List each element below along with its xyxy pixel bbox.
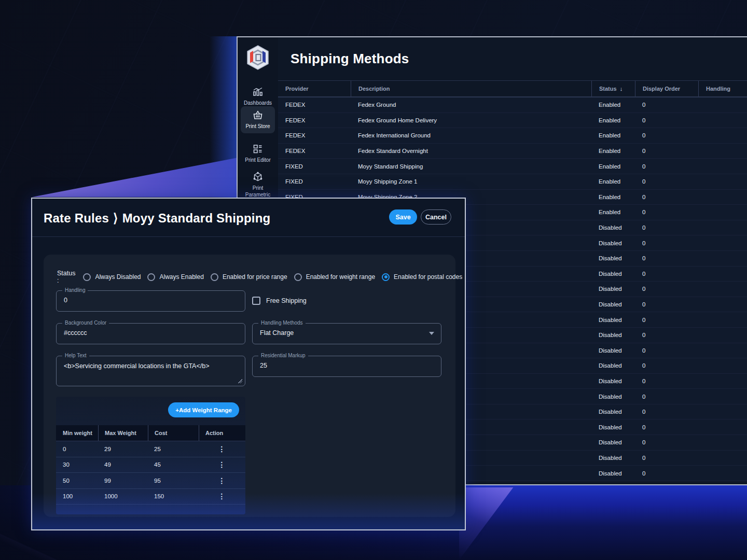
cell-display_order: 0 (635, 267, 698, 282)
table-row[interactable]: FIXEDMoyy Standard ShippingEnabled0 (278, 159, 747, 174)
breadcrumb-parent: Rate Rules (44, 211, 109, 225)
weight-column-header-action: Action (198, 425, 245, 441)
residential-markup-input[interactable]: Residential Markup 25 (252, 356, 441, 377)
breadcrumb: Rate Rules⟩Moyy Standard Shipping (44, 211, 270, 226)
cell-provider: FEDEX (278, 144, 351, 159)
checkbox-icon[interactable] (252, 297, 260, 305)
help-text-value: <b>Servicing commercial locations in the… (64, 362, 209, 370)
cell-status: Disabled (591, 451, 635, 466)
handling-input[interactable]: Handling 0 (56, 290, 245, 312)
background-color-input[interactable]: Background Color #cccccc (56, 323, 245, 344)
radio-button-icon[interactable] (83, 273, 91, 281)
cell-display_order: 0 (635, 328, 698, 343)
sidebar-item-label: Print Editor (245, 157, 270, 164)
column-header-display_order[interactable]: Display Order (635, 81, 698, 96)
sidebar-item-print-editor[interactable]: Print Editor (241, 140, 275, 167)
cell-status: Disabled (591, 235, 635, 250)
radio-button-icon[interactable] (382, 273, 390, 281)
dashboards-icon (252, 86, 264, 97)
radio-button-icon[interactable] (211, 273, 218, 281)
status-field-label: Status : (57, 270, 75, 284)
kebab-menu-icon[interactable]: ⋮ (218, 461, 226, 468)
sidebar-item-label: Print Parametric (242, 185, 274, 198)
weight-cell-action: ⋮ (198, 473, 245, 488)
weight-table-row: 304945⋮ (56, 457, 245, 473)
sidebar-item-label: Print Store (245, 123, 270, 130)
table-row[interactable]: FEDEXFedex GroundEnabled0 (278, 97, 747, 113)
cell-description: Fedex Ground (351, 97, 591, 113)
cell-description: Moyy Shipping Zone 1 (351, 174, 591, 189)
weight-table-row: 02925⋮ (56, 441, 245, 457)
radio-label: Enabled for weight range (306, 273, 375, 281)
column-header-status[interactable]: Status↓ (591, 81, 635, 96)
column-header-provider[interactable]: Provider (278, 81, 351, 96)
cell-description: Fedex International Ground (351, 128, 591, 143)
cell-handling (698, 282, 742, 297)
help-text-textarea[interactable]: Help Text <b>Servicing commercial locati… (56, 356, 245, 386)
cancel-button[interactable]: Cancel (421, 209, 451, 225)
column-header-description[interactable]: Description (351, 81, 591, 96)
cell-status: Disabled (591, 267, 635, 282)
cell-display_order: 0 (635, 435, 698, 450)
cell-handling (698, 220, 742, 235)
handling-methods-select[interactable]: Handling Methods Flat Charge (252, 323, 441, 344)
cell-status: Enabled (591, 205, 635, 220)
radio-always-enabled[interactable]: Always Enabled (147, 273, 203, 281)
sidebar-item-dashboards[interactable]: Dashboards (241, 83, 275, 110)
save-button[interactable]: Save (389, 209, 417, 225)
residential-markup-label: Residential Markup (258, 353, 308, 358)
weight-cell-min: 30 (56, 457, 98, 473)
cell-status: Disabled (591, 328, 635, 343)
cell-display_order: 0 (635, 113, 698, 128)
cell-status: Disabled (591, 312, 635, 327)
weight-cell-min: 100 (56, 489, 98, 505)
sidebar-item-print-parametric[interactable]: Print Parametric (241, 168, 275, 201)
status-radio-group: Status : Always DisabledAlways EnabledEn… (57, 270, 462, 284)
cell-handling (698, 389, 742, 404)
resize-handle-icon[interactable] (238, 379, 242, 383)
cell-status: Disabled (591, 343, 635, 358)
kebab-menu-icon[interactable]: ⋮ (218, 477, 226, 484)
add-weight-range-button[interactable]: +Add Weight Range (168, 402, 239, 417)
weight-cell-cost: 25 (147, 441, 198, 457)
radio-button-icon[interactable] (294, 273, 302, 281)
cell-status: Enabled (591, 159, 635, 174)
help-text-label: Help Text (62, 353, 89, 358)
cell-provider: FEDEX (278, 113, 351, 128)
table-row[interactable]: FEDEXFedex Ground Home DeliveryEnabled0 (278, 113, 747, 129)
cell-handling (698, 251, 742, 266)
sidebar-item-print-store[interactable]: Print Store (241, 106, 275, 133)
cell-display_order: 0 (635, 404, 698, 419)
cell-display_order: 0 (635, 251, 698, 266)
cell-display_order: 0 (635, 97, 698, 113)
free-shipping-checkbox[interactable]: Free Shipping (252, 297, 307, 305)
cell-display_order: 0 (635, 297, 698, 312)
cell-handling (698, 97, 742, 113)
kebab-menu-icon[interactable]: ⋮ (218, 493, 226, 500)
cell-handling (698, 328, 742, 343)
cell-handling (698, 128, 742, 143)
radio-enabled-for-price-range[interactable]: Enabled for price range (211, 273, 287, 281)
cell-status: Disabled (591, 251, 635, 266)
cell-handling (698, 466, 742, 481)
kebab-menu-icon[interactable]: ⋮ (218, 445, 226, 453)
cell-display_order: 0 (635, 466, 698, 481)
page-title: Shipping Methods (290, 51, 409, 67)
cell-display_order: 0 (635, 282, 698, 297)
cell-handling (698, 343, 742, 358)
table-row[interactable]: FEDEXFedex Standard OvernightEnabled0 (278, 144, 747, 159)
cell-display_order: 0 (635, 419, 698, 435)
radio-enabled-for-weight-range[interactable]: Enabled for weight range (294, 273, 375, 281)
cell-provider: FIXED (278, 159, 351, 174)
radio-button-icon[interactable] (147, 273, 155, 281)
radio-enabled-for-postal-codes[interactable]: Enabled for postal codes (382, 273, 462, 281)
cell-status: Disabled (591, 389, 635, 404)
weight-table-rows: 02925⋮304945⋮509995⋮1001000150⋮ (56, 441, 245, 505)
app-logo (246, 45, 270, 71)
column-header-handling[interactable]: Handling (698, 81, 742, 96)
radio-always-disabled[interactable]: Always Disabled (83, 273, 141, 281)
cell-display_order: 0 (635, 144, 698, 159)
cell-display_order: 0 (635, 343, 698, 358)
table-row[interactable]: FEDEXFedex International GroundEnabled0 (278, 128, 747, 144)
table-row[interactable]: FIXEDMoyy Shipping Zone 1Enabled0 (278, 174, 747, 190)
